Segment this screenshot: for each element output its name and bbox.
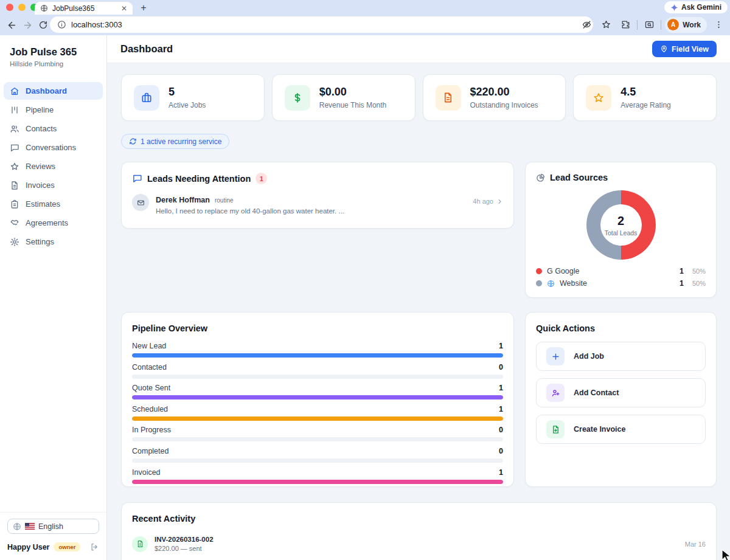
pipeline-stage-row: Scheduled1 — [132, 405, 503, 421]
stage-bar-track — [132, 395, 503, 399]
stage-bar-fill — [132, 353, 503, 358]
lead-name: Derek Hoffman — [156, 196, 210, 204]
activity-detail: $220.00 — sent — [155, 545, 214, 552]
lead-sources-card: Lead Sources 2 Total Leads G Google 1 50… — [525, 162, 717, 298]
side-panel-search-icon[interactable] — [641, 17, 657, 33]
sidebar-item-reviews[interactable]: Reviews — [4, 157, 103, 175]
reviews-icon — [10, 162, 19, 171]
back-icon[interactable] — [4, 17, 19, 33]
browser-tab[interactable]: JobPulse365 ✕ — [35, 2, 133, 15]
stat-value: 5 — [169, 86, 206, 99]
leads-count-badge: 1 — [255, 173, 267, 184]
stage-bar-track — [132, 353, 503, 358]
sidebar-item-dashboard[interactable]: Dashboard — [4, 82, 103, 100]
minimize-window-button[interactable] — [18, 4, 26, 11]
stage-bar-fill — [132, 480, 503, 484]
legend-value: 1 — [680, 267, 684, 275]
stage-bar-track — [132, 417, 503, 421]
browser-toolbar: localhost:3003 A Work — [0, 15, 730, 35]
tracking-protection-icon[interactable] — [579, 17, 594, 33]
invoice-doc-icon — [136, 540, 144, 548]
leads-card: Leads Needing Attention 1 Derek Hoffmanr… — [121, 162, 514, 229]
us-flag-icon — [25, 523, 35, 530]
chevron-right-icon — [496, 198, 503, 205]
browser-profile-chip[interactable]: A Work — [665, 17, 707, 33]
extensions-icon[interactable] — [617, 17, 633, 33]
tab-title: JobPulse365 — [52, 4, 117, 13]
sidebar-item-pipeline[interactable]: Pipeline — [4, 101, 103, 119]
stage-value: 1 — [499, 384, 503, 392]
file-plus-icon — [551, 425, 560, 434]
invoices-icon — [10, 181, 19, 190]
ask-gemini-button[interactable]: Ask Gemini — [664, 1, 728, 13]
language-select[interactable]: English — [7, 519, 99, 534]
stat-value: 4.5 — [620, 86, 671, 99]
tab-close-icon[interactable]: ✕ — [121, 5, 127, 12]
legend-percent: 50% — [689, 280, 706, 287]
sidebar: Job Pulse 365 Hillside Plumbing Dashboar… — [0, 35, 107, 560]
lead-sources-title: Lead Sources — [550, 173, 608, 182]
sidebar-item-conversations[interactable]: Conversations — [4, 139, 103, 156]
sidebar-item-label: Dashboard — [26, 86, 67, 95]
bookmark-star-icon[interactable] — [598, 17, 614, 33]
close-window-button[interactable] — [6, 4, 13, 11]
reload-icon[interactable] — [35, 17, 51, 33]
chat-icon — [132, 173, 142, 184]
stat-value: $0.00 — [319, 86, 387, 99]
stage-value: 0 — [499, 447, 503, 455]
app-name: Job Pulse 365 — [10, 46, 97, 58]
lead-tag: routine — [215, 197, 234, 204]
pie-chart-icon — [536, 173, 545, 182]
page-header: Dashboard Field View — [107, 35, 730, 63]
pipeline-stage-row: Quote Sent1 — [132, 384, 503, 399]
site-info-icon[interactable] — [57, 20, 66, 29]
stage-label: Quote Sent — [132, 384, 170, 392]
activity-list-item[interactable]: INV-20260316-002 $220.00 — sent Mar 16 — [132, 536, 706, 560]
field-view-button[interactable]: Field View — [652, 41, 717, 57]
recurring-service-chip[interactable]: 1 active recurring service — [121, 134, 229, 149]
stage-bar-track — [132, 375, 503, 379]
pipeline-title: Pipeline Overview — [132, 323, 207, 333]
lead-list-item[interactable]: Derek Hoffmanroutine Hello, I need to re… — [132, 194, 503, 215]
pipeline-card: Pipeline Overview New Lead1 Contacted0 Q… — [121, 312, 514, 487]
sidebar-item-estimates[interactable]: Estimates — [4, 195, 103, 213]
star-icon — [593, 92, 605, 104]
window-controls — [6, 4, 38, 11]
lead-time: 4h ago — [473, 198, 493, 205]
sidebar-item-invoices[interactable]: Invoices — [4, 176, 103, 194]
agreements-icon — [10, 218, 19, 228]
sidebar-item-contacts[interactable]: Contacts — [4, 120, 103, 137]
stage-bar-fill — [132, 395, 503, 399]
new-tab-button[interactable]: + — [137, 2, 150, 14]
lead-sources-legend: G Google 1 50% Website 1 50% — [536, 267, 706, 288]
more-menu-icon[interactable] — [711, 17, 726, 33]
ask-gemini-label: Ask Gemini — [681, 3, 721, 12]
stage-value: 0 — [499, 426, 503, 434]
add-contact-button[interactable]: Add Contact — [536, 378, 706, 407]
company-name: Hillside Plumbing — [10, 60, 97, 67]
pipeline-stage-row: Invoiced1 — [132, 468, 503, 484]
sidebar-item-settings[interactable]: Settings — [4, 233, 103, 251]
globe-icon — [13, 522, 21, 531]
plus-icon — [551, 352, 560, 361]
create-invoice-button[interactable]: Create Invoice — [536, 415, 706, 444]
legend-dot — [536, 268, 542, 274]
browser-chrome: JobPulse365 ✕ + Ask Gemini localhost:300… — [0, 0, 730, 35]
sidebar-item-agreements[interactable]: Agreements — [4, 214, 103, 232]
tab-strip: JobPulse365 ✕ + Ask Gemini — [0, 0, 730, 15]
total-leads-label: Total Leads — [605, 229, 638, 237]
add-job-button[interactable]: Add Job — [536, 342, 706, 371]
page-title: Dashboard — [120, 43, 173, 55]
pipeline-rows: New Lead1 Contacted0 Quote Sent1 Schedul… — [132, 342, 503, 484]
stat-label: Outstanding Invoices — [470, 101, 538, 109]
stage-label: New Lead — [132, 342, 166, 350]
stage-label: Completed — [132, 447, 169, 455]
address-bar[interactable]: localhost:3003 — [50, 16, 593, 33]
estimates-icon — [10, 199, 19, 209]
pipeline-stage-row: Contacted0 — [132, 363, 503, 379]
forward-icon[interactable] — [19, 17, 35, 33]
stat-card-revenue: $0.00Revenue This Month — [272, 74, 415, 121]
action-label: Add Job — [574, 352, 604, 361]
logout-icon[interactable] — [90, 542, 99, 551]
stage-label: Contacted — [132, 363, 167, 372]
